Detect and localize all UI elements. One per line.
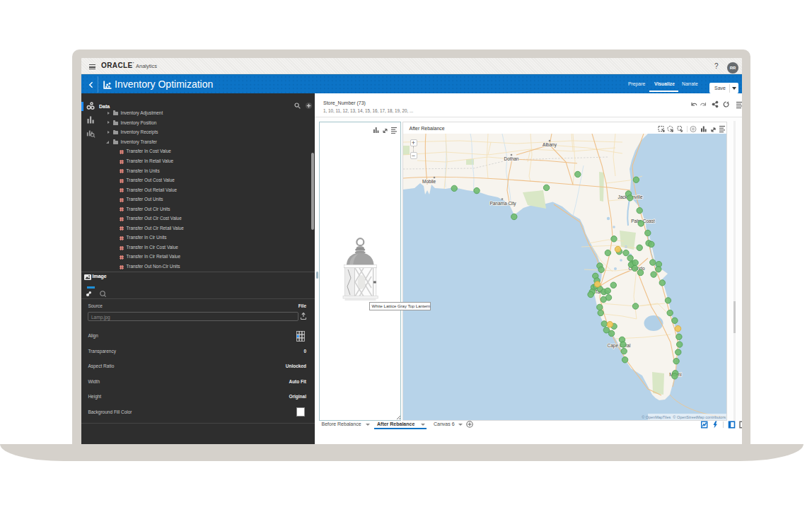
svg-text:Mobile: Mobile: [422, 179, 436, 184]
svg-text:Cape Coral: Cape Coral: [607, 343, 630, 349]
svg-text:© OpenMapTiles © OpenStreetMa: © OpenMapTiles © OpenStreetMap contribut…: [642, 415, 726, 419]
svg-text:Albany: Albany: [543, 142, 557, 148]
svg-text:Dothan: Dothan: [504, 156, 518, 161]
svg-text:Panama City: Panama City: [489, 201, 516, 206]
